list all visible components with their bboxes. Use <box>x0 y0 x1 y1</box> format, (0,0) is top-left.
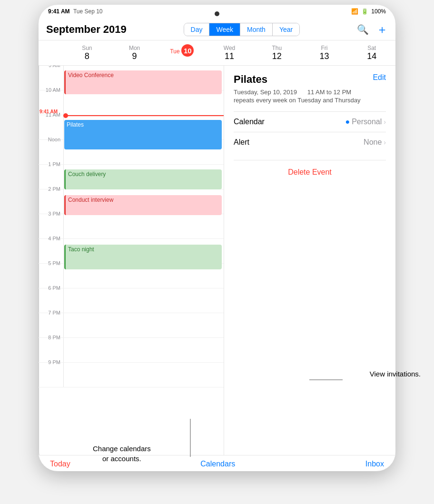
current-time-label: 9:41 AM <box>39 109 58 114</box>
day-num-tue: 10 <box>181 44 194 57</box>
chevron-right-icon: › <box>384 118 386 126</box>
time-grid: 9:41 AM Video Conference Pilates <box>39 66 224 387</box>
time-label-9am: 9 AM <box>39 66 63 90</box>
time-label-5pm: 5 PM <box>39 260 63 288</box>
time-label-9pm: 9 PM <box>39 359 63 387</box>
bottom-bar: Today Calendars Inbox <box>39 455 395 471</box>
day-num-wed: 11 <box>206 51 253 61</box>
battery-pct: 100% <box>371 8 386 15</box>
timeslot-5pm: 5 PM <box>39 264 224 288</box>
day-num-sat: 14 <box>348 51 395 61</box>
add-event-button[interactable]: ＋ <box>376 22 388 37</box>
time-label-11am: 11 AM <box>39 112 63 139</box>
day-name-fri: Fri <box>321 45 327 51</box>
slot-1pm[interactable] <box>63 165 224 189</box>
time-label-6pm: 6 PM <box>39 285 63 313</box>
time-label-noon: Noon <box>39 137 63 164</box>
slot-7pm[interactable] <box>63 313 224 337</box>
time-gutter-header <box>39 42 63 63</box>
calendar-label: Calendar <box>234 118 265 126</box>
view-switcher: Day Week Month Year <box>184 23 300 36</box>
day-name-mon: Mon <box>129 45 140 51</box>
timeslot-10am: 10 AM <box>39 90 224 115</box>
time-label-4pm: 4 PM <box>39 236 63 263</box>
day-name-tue: Tue <box>170 48 179 55</box>
timeslot-8pm: 8 PM <box>39 338 224 363</box>
current-time-line <box>63 115 224 116</box>
status-date: Tue Sep 10 <box>73 8 103 15</box>
timeslot-6pm: 6 PM <box>39 288 224 313</box>
timeslot-noon: Noon <box>39 140 224 165</box>
timeslot-1pm: 1 PM <box>39 165 224 189</box>
delete-event-button[interactable]: Delete Event <box>234 160 386 184</box>
time-label-7pm: 7 PM <box>39 310 63 337</box>
camera <box>215 11 219 16</box>
day-col-sat[interactable]: Sat 14 <box>348 42 395 63</box>
calendars-button[interactable]: Calendars <box>200 460 235 468</box>
app-title: September 2019 <box>46 23 127 36</box>
day-col-tue[interactable]: Tue 10 <box>158 42 206 63</box>
wifi-icon: 📶 <box>351 8 358 15</box>
view-month-button[interactable]: Month <box>240 23 273 36</box>
time-label-1pm: 1 PM <box>39 161 63 189</box>
view-day-button[interactable]: Day <box>184 23 210 36</box>
timeslot-11am: 11 AM <box>39 115 224 140</box>
detail-title: Pilates <box>234 73 267 86</box>
alert-label: Alert <box>234 138 249 147</box>
inbox-button[interactable]: Inbox <box>365 460 384 468</box>
timeslot-3pm: 3 PM <box>39 214 224 239</box>
day-num-fri: 13 <box>301 51 348 61</box>
day-num-mon: 9 <box>111 51 158 61</box>
ipad-device: 9:41 AM Tue Sep 10 📶 🔋 100% September 20… <box>39 5 395 471</box>
slot-9pm[interactable] <box>63 363 224 387</box>
slot-3pm[interactable] <box>63 214 224 238</box>
time-label-3pm: 3 PM <box>39 211 63 238</box>
slot-11am[interactable] <box>63 115 224 139</box>
status-time: 9:41 AM <box>48 8 70 15</box>
timeslot-9am: 9 AM <box>39 66 224 90</box>
slot-noon[interactable] <box>63 140 224 164</box>
view-week-button[interactable]: Week <box>209 23 240 36</box>
day-col-fri[interactable]: Fri 13 <box>301 42 348 63</box>
detail-header: Pilates Edit <box>234 73 386 86</box>
view-year-button[interactable]: Year <box>273 23 299 36</box>
timeslot-9pm: 9 PM <box>39 363 224 387</box>
main-content: 9:41 AM Video Conference Pilates <box>39 66 395 455</box>
calendar-dot: ● <box>345 118 350 126</box>
day-name-wed: Wed <box>224 45 235 51</box>
slot-10am[interactable] <box>63 90 224 115</box>
detail-alert-row[interactable]: Alert None › <box>234 132 386 152</box>
day-name-sat: Sat <box>367 45 376 51</box>
app-header: September 2019 Day Week Month Year 🔍 ＋ <box>39 18 395 40</box>
calendar-value: ● Personal › <box>345 118 386 126</box>
day-header-row: Sun 8 Mon 9 Tue 10 Wed 11 Thu 12 Fri 13 … <box>39 40 395 66</box>
timeslot-2pm: 2 PM <box>39 189 224 214</box>
day-col-mon[interactable]: Mon 9 <box>111 42 158 63</box>
alert-value: None › <box>364 138 386 147</box>
time-label-8pm: 8 PM <box>39 335 63 362</box>
day-num-thu: 12 <box>253 51 301 61</box>
slot-8pm[interactable] <box>63 338 224 362</box>
today-button[interactable]: Today <box>50 460 70 468</box>
day-col-thu[interactable]: Thu 12 <box>253 42 301 63</box>
calendar-area[interactable]: 9:41 AM Video Conference Pilates <box>39 66 224 455</box>
search-button[interactable]: 🔍 <box>357 24 369 35</box>
day-col-wed[interactable]: Wed 11 <box>206 42 253 63</box>
slot-2pm[interactable] <box>63 189 224 214</box>
edit-button[interactable]: Edit <box>373 73 386 82</box>
battery-icon: 🔋 <box>361 8 368 15</box>
time-dot <box>63 113 68 118</box>
detail-date: Tuesday, Sep 10, 2019 11 AM to 12 PM <box>234 89 386 96</box>
detail-repeat: repeats every week on Tuesday and Thursd… <box>234 97 386 104</box>
day-num-sun: 8 <box>63 51 111 61</box>
detail-calendar-row[interactable]: Calendar ● Personal › <box>234 111 386 132</box>
annotation-view-invitations: View invitations. <box>370 370 421 378</box>
time-label-2pm: 2 PM <box>39 186 63 214</box>
slot-4pm[interactable] <box>63 239 224 263</box>
slot-5pm[interactable] <box>63 264 224 288</box>
slot-9am[interactable] <box>63 66 224 90</box>
day-col-sun[interactable]: Sun 8 <box>63 42 111 63</box>
slot-6pm[interactable] <box>63 288 224 313</box>
chevron-right-icon: › <box>384 138 386 146</box>
day-name-sun: Sun <box>82 45 92 51</box>
